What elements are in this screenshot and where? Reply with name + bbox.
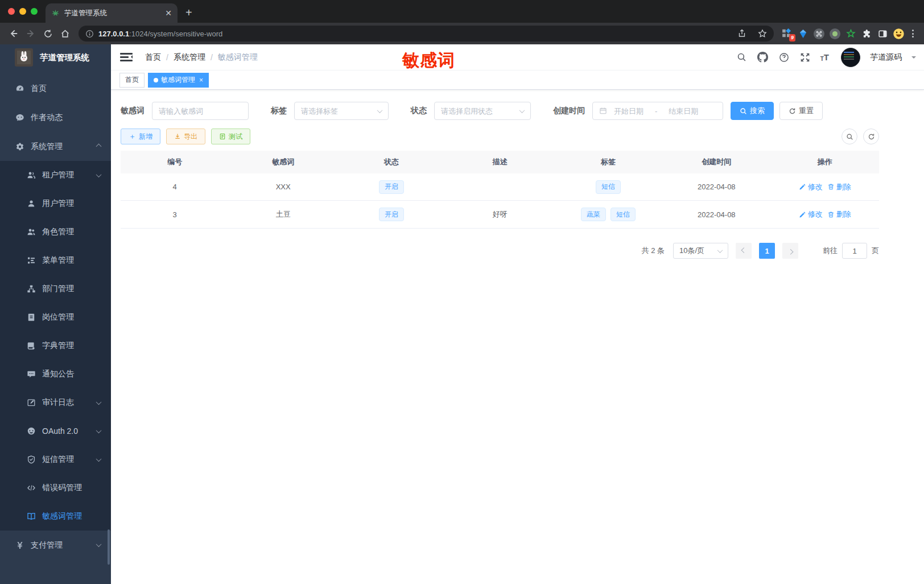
site-info-icon[interactable] (85, 30, 94, 38)
extension-gem-icon[interactable] (795, 26, 810, 41)
sidebar-item-12[interactable]: OAuth 2.0 (0, 417, 111, 445)
sidebar-item-label: 作者动态 (31, 113, 101, 123)
back-icon[interactable] (6, 26, 22, 42)
chevron-down-icon (519, 107, 525, 113)
sidebar-menu: 首页作者动态系统管理租户管理用户管理角色管理菜单管理部门管理岗位管理字典管理通知… (0, 71, 111, 560)
sidebar-item-7[interactable]: 部门管理 (0, 275, 111, 303)
collapse-sidebar-icon[interactable] (120, 53, 133, 61)
page-number-1[interactable]: 1 (759, 243, 775, 259)
edit-button[interactable]: 修改 (799, 182, 823, 192)
sidebar-item-5[interactable]: 角色管理 (0, 218, 111, 246)
delete-button[interactable]: 删除 (827, 182, 851, 192)
arrow-right-icon (787, 248, 793, 254)
role-icon (26, 227, 36, 237)
table-row-0: 4XXX开启短信2022-04-08修改删除 (121, 173, 879, 201)
github-icon[interactable] (757, 52, 769, 63)
new-tab-button[interactable]: + (185, 6, 192, 19)
sidebar-item-14[interactable]: 错误码管理 (0, 474, 111, 502)
page-size-select[interactable]: 10条/页 (673, 243, 728, 259)
sms-shield-icon (26, 455, 36, 465)
window-controls[interactable] (8, 8, 38, 15)
sidebar-item-11[interactable]: 审计日志 (0, 388, 111, 417)
minimize-window-button[interactable] (19, 8, 26, 15)
show-search-toggle-button[interactable] (842, 129, 857, 144)
edit-button[interactable]: 修改 (799, 209, 823, 219)
sidebar-item-0[interactable]: 首页 (0, 74, 111, 103)
tab-close-icon[interactable]: ✕ (165, 9, 172, 18)
tag-select-input[interactable] (301, 107, 374, 115)
sidebar-item-4[interactable]: 用户管理 (0, 189, 111, 218)
sidebar-item-16[interactable]: 支付管理 (0, 531, 111, 560)
extension-grid-icon[interactable]: 9 (779, 26, 794, 41)
tenant-icon (26, 171, 36, 180)
reload-icon[interactable] (40, 26, 56, 42)
sidebar-item-3[interactable]: 租户管理 (0, 161, 111, 189)
search-icon[interactable] (736, 52, 748, 63)
date-start-input[interactable] (610, 107, 647, 115)
sidebar-item-1[interactable]: 作者动态 (0, 103, 111, 132)
sidebar-item-8[interactable]: 岗位管理 (0, 303, 111, 332)
share-icon[interactable] (734, 26, 750, 42)
status-badge: 开启 (379, 180, 404, 194)
reset-button[interactable]: 重置 (779, 102, 823, 120)
prev-page-button[interactable] (736, 243, 752, 259)
notice-icon (26, 370, 36, 379)
tags-view-tab-1[interactable]: 敏感词管理× (148, 73, 209, 88)
url-text[interactable]: 127.0.0.1:1024/system/sensitive-word (98, 30, 729, 38)
red-annotation: 敏感词 (402, 49, 455, 72)
keyword-input[interactable] (159, 107, 242, 115)
active-dot (154, 78, 158, 82)
sidebar-logo[interactable]: 芋道管理系统 (0, 44, 111, 71)
user-menu-caret-icon[interactable] (911, 56, 916, 61)
extensions-puzzle-icon[interactable] (859, 26, 874, 41)
breadcrumb-item-1[interactable]: 系统管理 (174, 52, 205, 63)
browser-titlebar: 芋道管理系统 ✕ + (0, 0, 924, 23)
date-range-picker[interactable]: - (592, 102, 723, 120)
profile-emoji-icon[interactable] (891, 26, 906, 41)
breadcrumb: 首页/系统管理/敏感词管理 (145, 52, 258, 63)
cell-id: 4 (121, 183, 229, 191)
url-bar[interactable]: 127.0.0.1:1024/system/sensitive-word (79, 26, 774, 42)
help-icon[interactable] (778, 52, 790, 63)
maximize-window-button[interactable] (31, 8, 38, 15)
user-avatar[interactable] (841, 48, 860, 67)
sidebar-item-10[interactable]: 通知公告 (0, 360, 111, 388)
sidebar-item-9[interactable]: 字典管理 (0, 332, 111, 360)
home-icon[interactable] (57, 26, 73, 42)
extension-record-icon[interactable] (827, 26, 842, 41)
extension-green-star-icon[interactable] (843, 26, 858, 41)
sidebar-item-6[interactable]: 菜单管理 (0, 246, 111, 275)
close-window-button[interactable] (8, 8, 15, 15)
test-button[interactable]: 测试 (211, 129, 250, 144)
add-button[interactable]: ＋ 新增 (121, 129, 160, 144)
side-panel-icon[interactable] (875, 26, 890, 41)
sidebar-scrollbar[interactable] (108, 529, 110, 565)
refresh-table-button[interactable] (863, 129, 879, 144)
delete-button[interactable]: 删除 (827, 209, 851, 219)
forward-icon[interactable] (23, 26, 39, 42)
browser-tab[interactable]: 芋道管理系统 ✕ (46, 3, 178, 23)
next-page-button[interactable] (782, 243, 798, 259)
tag-select[interactable] (294, 102, 389, 120)
search-button[interactable]: 搜索 (731, 102, 774, 120)
font-size-icon[interactable]: TT (820, 52, 829, 62)
browser-menu-icon[interactable] (907, 26, 918, 41)
status-select[interactable] (434, 102, 531, 120)
sidebar-item-2[interactable]: 系统管理 (0, 132, 111, 161)
sidebar-item-13[interactable]: 短信管理 (0, 445, 111, 474)
tab-close-icon[interactable]: × (199, 76, 203, 84)
status-select-input[interactable] (441, 107, 517, 115)
breadcrumb-separator: / (166, 53, 168, 62)
sidebar-item-15[interactable]: 敏感词管理 (0, 502, 111, 531)
tags-view-tab-0[interactable]: 首页 (119, 73, 145, 88)
date-end-input[interactable] (665, 107, 702, 115)
breadcrumb-item-0[interactable]: 首页 (145, 52, 161, 63)
breadcrumb-separator: / (211, 53, 213, 62)
bookmark-star-icon[interactable] (754, 26, 770, 42)
goto-page-input[interactable] (842, 243, 867, 259)
column-header: 标签 (554, 157, 662, 167)
fullscreen-icon[interactable] (799, 52, 811, 63)
extension-command-icon[interactable] (811, 26, 826, 41)
export-button[interactable]: 导出 (166, 129, 205, 144)
dict-icon (26, 341, 36, 351)
